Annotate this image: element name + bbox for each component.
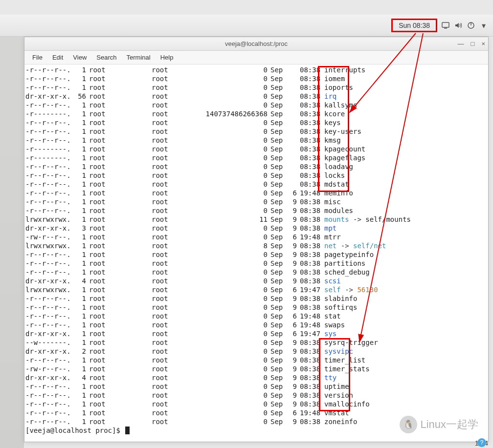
file-row: dr-xr-xr-x.4rootroot0Sep908:38tty bbox=[25, 373, 487, 382]
file-row: -r--r--r--.1rootroot0Sep08:38kallsyms bbox=[25, 101, 487, 109]
file-row: -r--r--r--.1rootroot0Sep619:48swaps bbox=[25, 320, 487, 329]
screen-icon[interactable] bbox=[441, 21, 450, 30]
file-row: -r--r--r--.1rootroot0Sep08:38iomem bbox=[25, 74, 487, 83]
page-indicator: 1 / 4 ? bbox=[475, 439, 488, 447]
terminal-window: veeja@localhost:/proc — □ × FileEditView… bbox=[24, 37, 489, 442]
file-row: -r--r--r--.1rootroot0Sep908:38uptime bbox=[25, 382, 487, 391]
menu-terminal[interactable]: Terminal bbox=[122, 52, 156, 63]
file-row: -r--r--r--.1rootroot0Sep908:38version bbox=[25, 391, 487, 400]
svg-rect-1 bbox=[444, 28, 447, 29]
file-row: -r--r--r--.1rootroot0Sep08:38kmsg bbox=[25, 136, 487, 145]
file-row: -rw-r--r--.1rootroot0Sep908:38timer_stat… bbox=[25, 364, 487, 373]
file-row: -rw-r--r--.1rootroot0Sep619:48mtrr bbox=[25, 233, 487, 241]
window-title: veeja@localhost:/proc bbox=[225, 40, 288, 47]
file-row: -r--r--r--.1rootroot0Sep908:38slabinfo bbox=[25, 294, 487, 303]
svg-rect-0 bbox=[442, 22, 449, 27]
watermark-icon: 🐧 bbox=[400, 416, 417, 433]
file-row: dr-xr-xr-x.56rootroot0Sep08:38irq bbox=[25, 92, 487, 101]
file-row: -r--r--r--.1rootroot0Sep619:48stat bbox=[25, 312, 487, 320]
file-row: lrwxrwxrwx.1rootroot8Sep908:38net -> sel… bbox=[25, 241, 487, 250]
file-row: -r--r--r--.1rootroot0Sep08:38mdstat bbox=[25, 180, 487, 189]
file-row: -r--------.1rootroot0Sep08:38kpageflags bbox=[25, 153, 487, 162]
file-row: lrwxrwxrwx.1rootroot11Sep908:38mounts ->… bbox=[25, 215, 487, 224]
window-titlebar[interactable]: veeja@localhost:/proc — □ × bbox=[24, 37, 488, 51]
menu-view[interactable]: View bbox=[68, 52, 91, 63]
clock-highlight-box: Sun 08:38 bbox=[391, 19, 437, 32]
menu-file[interactable]: File bbox=[27, 52, 47, 63]
file-row: -r--------.1rootroot140737486266368Sep08… bbox=[25, 109, 487, 118]
maximize-button[interactable]: □ bbox=[471, 40, 475, 47]
file-row: -r--r--r--.1rootroot0Sep08:38ioports bbox=[25, 83, 487, 92]
file-row: dr-xr-xr-x.2rootroot0Sep908:38sysvipc bbox=[25, 347, 487, 356]
system-clock[interactable]: Sun 08:38 bbox=[395, 20, 434, 31]
menubar: FileEditViewSearchTerminalHelp bbox=[24, 51, 488, 64]
file-row: dr-xr-xr-x.1rootroot0Sep619:47sys bbox=[25, 329, 487, 338]
file-row: -r--r--r--.1rootroot0Sep08:38key-users bbox=[25, 127, 487, 136]
close-button[interactable]: × bbox=[481, 40, 485, 47]
file-row: -r--r--r--.1rootroot0Sep08:38interrupts bbox=[25, 65, 487, 74]
watermark-text: Linux一起学 bbox=[420, 417, 478, 432]
file-row: dr-xr-xr-x.3rootroot0Sep908:38mpt bbox=[25, 224, 487, 233]
menu-search[interactable]: Search bbox=[91, 52, 121, 63]
help-icon[interactable]: ? bbox=[477, 438, 486, 447]
file-row: -r--r--r--.1rootroot0Sep908:38sched_debu… bbox=[25, 268, 487, 277]
watermark: 🐧 Linux一起学 bbox=[400, 416, 478, 433]
file-row: --w-------.1rootroot0Sep908:38sysrq-trig… bbox=[25, 338, 487, 347]
file-row: -r--r--r--.1rootroot0Sep619:48meminfo bbox=[25, 189, 487, 197]
file-row: -r--r--r--.1rootroot0Sep908:38timer_list bbox=[25, 356, 487, 364]
volume-icon[interactable] bbox=[454, 21, 463, 30]
file-row: -r--r--r--.1rootroot0Sep908:38misc bbox=[25, 197, 487, 206]
file-row: -r--------.1rootroot0Sep08:38kpagecount bbox=[25, 145, 487, 153]
minimize-button[interactable]: — bbox=[458, 40, 464, 47]
menu-help[interactable]: Help bbox=[156, 52, 179, 63]
file-row: dr-xr-xr-x.4rootroot0Sep908:38scsi bbox=[25, 277, 487, 285]
file-row: -r--r--r--.1rootroot0Sep08:38loadavg bbox=[25, 162, 487, 171]
file-row: -r--r--r--.1rootroot0Sep908:38vmallocinf… bbox=[25, 400, 487, 408]
file-row: -r--r--r--.1rootroot0Sep08:38keys bbox=[25, 118, 487, 127]
menu-edit[interactable]: Edit bbox=[47, 52, 68, 63]
file-row: lrwxrwxrwx.1rootroot0Sep619:47self -> 56… bbox=[25, 285, 487, 294]
power-icon[interactable] bbox=[467, 21, 475, 30]
desktop-side bbox=[0, 37, 24, 448]
file-row: -r--r--r--.1rootroot0Sep08:38locks bbox=[25, 171, 487, 180]
file-row: -r--r--r--.1rootroot0Sep908:38modules bbox=[25, 206, 487, 215]
terminal-output[interactable]: -r--r--r--.1rootroot0Sep08:38interrupts-… bbox=[24, 64, 488, 436]
system-topbar: Sun 08:38 ▾ bbox=[0, 15, 493, 37]
file-row: -r--r--r--.1rootroot0Sep908:38softirqs bbox=[25, 303, 487, 312]
chevron-down-icon[interactable]: ▾ bbox=[479, 21, 488, 30]
file-row: -r--r--r--.1rootroot0Sep908:38partitions bbox=[25, 259, 487, 268]
file-row: -r--r--r--.1rootroot0Sep908:38pagetypein… bbox=[25, 250, 487, 259]
cursor bbox=[125, 427, 130, 434]
